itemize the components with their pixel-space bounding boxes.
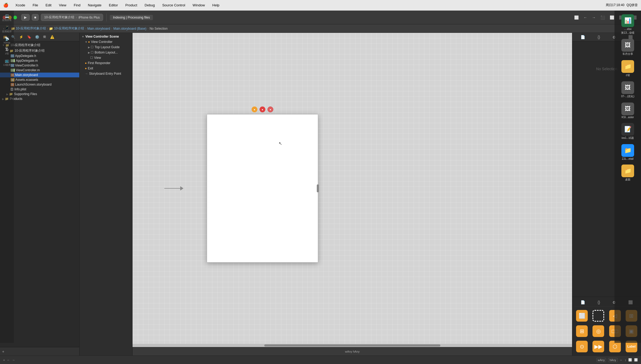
main-layout: 📂 🔍 ⚡ 🔖 ⚙️ 🛠 ⚠️ ▼ 📁 10-应用程序对象介绍 ▼ 📁 10-应… — [0, 33, 641, 356]
file-inspector-icon[interactable]: 📄 — [579, 34, 587, 40]
scene-item-view[interactable]: ☐ View — [80, 55, 132, 60]
navigator-bottom: + — [0, 347, 79, 356]
menu-window[interactable]: Window — [191, 3, 207, 8]
desktop-label-png3: KSI...aster — [622, 116, 634, 119]
scene-item-exit[interactable]: ● Exit — [80, 66, 132, 71]
nav-issues-icon[interactable]: ⚡ — [18, 34, 24, 39]
navigator-toggle-icon[interactable]: ⬜ — [573, 14, 580, 21]
canvas-area[interactable]: ● ● ● ↖ wAny hAny — [133, 33, 572, 356]
vc-red-icon: ● — [262, 108, 263, 111]
desktop-strip: 📊 ....xlsx 第13...业绩 🖼 车丹分享 📁 z缩 🖼 07-...… — [614, 0, 641, 343]
menu-product[interactable]: Product — [124, 3, 139, 8]
desktop-file-zjl[interactable]: 📁 ZJL...etail — [616, 143, 639, 161]
menu-help[interactable]: Help — [211, 3, 221, 8]
canvas-scrollbar-horizontal[interactable] — [133, 344, 572, 347]
scene-outline-panel: ▼ View Controller Scene ▼ ● View Control… — [80, 33, 133, 356]
scene-item-view-controller[interactable]: ▼ ● View Controller — [80, 39, 132, 45]
vc-orange-button[interactable]: ● — [252, 106, 257, 112]
vc-resize-handle[interactable] — [317, 184, 319, 192]
standard-editor-icon[interactable]: ⬛ — [599, 14, 607, 21]
desktop-file-png1[interactable]: 🖼 车丹分享 — [616, 38, 639, 57]
ui-obj-navcontroller[interactable] — [591, 309, 606, 323]
desktop-file-png3[interactable]: 🖼 KSI...aster — [616, 101, 639, 120]
label-obj-text: Label — [627, 345, 635, 348]
triangle-icon: ▼ — [85, 41, 87, 43]
vc-pink-button[interactable]: ● — [267, 106, 273, 112]
scene-item-bottom-layout[interactable]: ▶ ☐ Bottom Layout... — [80, 50, 132, 55]
menu-xcode[interactable]: Xcode — [14, 3, 27, 8]
size-height-icon[interactable]: ↕ — [625, 358, 626, 362]
forward-icon[interactable]: → — [590, 14, 597, 21]
quick-help-icon[interactable]: {} — [596, 34, 602, 40]
camera-obj-icon: ⊙ — [576, 341, 588, 352]
zoom-fit-icon[interactable]: ⬜ — [628, 358, 632, 362]
nav-test-icon[interactable]: 🔖 — [26, 34, 32, 39]
breadcrumb-project[interactable]: 10-应用程序对象介绍 — [16, 26, 46, 31]
menu-view[interactable]: View — [57, 3, 68, 8]
left-item-apps[interactable]: 📱 应用程序 — [1, 24, 13, 34]
run-button[interactable]: ▶ — [21, 14, 30, 21]
back-icon[interactable]: ← — [582, 14, 589, 21]
scene-item-entry-point[interactable]: → Storyboard Entry Point — [80, 71, 132, 76]
menu-file[interactable]: File — [31, 3, 40, 8]
scene-item-vc-scene[interactable]: ▼ View Controller Scene — [80, 34, 132, 39]
canvas-bottom-bar: wAny hAny — [133, 347, 572, 356]
breadcrumb-group[interactable]: 10-应用程序对象介绍 — [54, 26, 84, 31]
menu-navigate[interactable]: Navigate — [86, 3, 103, 8]
nav-report-icon[interactable]: ⚠️ — [49, 34, 55, 39]
left-item-zs[interactable]: 🗜 z缩 — [1, 46, 13, 56]
stop-button[interactable]: ■ — [32, 14, 39, 21]
status-forward-nav-icon[interactable]: → — [12, 358, 15, 362]
zjl-icon: 📁 — [621, 144, 634, 157]
xcode-toolbar: ▶ ■ 10-应用程序对象介绍 › iPhone 6s Plus Indexin… — [0, 11, 641, 24]
ui-obj-collectionview[interactable]: ⊞ — [574, 324, 589, 338]
vc-toolbar: ● ● ● — [252, 106, 273, 112]
desktop-folder-icon: 📁 — [621, 165, 634, 177]
left-item-screen[interactable]: 📺 13题屏 — [1, 57, 13, 68]
breadcrumb-storyboard[interactable]: Main.storyboard — [87, 27, 110, 30]
menu-find[interactable]: Find — [72, 3, 82, 8]
apps-icon: 📱 — [5, 25, 9, 29]
left-item-airdrop[interactable]: 📡 irDrop — [1, 35, 13, 45]
library-tab-code[interactable]: {} — [596, 299, 602, 305]
library-tab-files[interactable]: 📄 — [579, 299, 587, 305]
tab-indexing[interactable]: Indexing | Processing files — [110, 15, 153, 20]
desktop-file-folder1[interactable]: 📁 z缩 — [616, 59, 639, 78]
scheme-selector[interactable]: 10-应用程序对象介绍 › iPhone 6s Plus — [41, 14, 103, 21]
breadcrumb-storyboard-base[interactable]: Main.storyboard (Base) — [113, 27, 146, 30]
menu-editor[interactable]: Editor — [107, 3, 120, 8]
scrollbar-thumb[interactable] — [264, 344, 440, 347]
ui-obj-circle[interactable]: ◎ — [591, 324, 606, 338]
apple-menu[interactable]: 🍎 — [3, 3, 8, 8]
nav-debug-icon[interactable]: ⚙️ — [34, 34, 40, 39]
top-layout-icon: ☐ — [91, 45, 94, 49]
desktop-file-png2[interactable]: 🖼 07-...(优化) — [616, 80, 639, 99]
desktop-file-xlsx[interactable]: 📊 ....xlsx 第13...业绩 — [616, 13, 639, 36]
left-item-all[interactable]: 💻 应用所有 — [1, 13, 13, 23]
ui-obj-play[interactable]: ▶▶ — [591, 340, 606, 353]
maximize-window-button[interactable] — [13, 16, 17, 19]
hany-button[interactable]: hAny — [608, 358, 617, 362]
breadcrumb-sep-3: › — [111, 27, 112, 30]
status-nav-icon[interactable]: ← — [7, 358, 10, 362]
nav-breakpoints-icon[interactable]: 🛠 — [42, 34, 47, 39]
cursor-indicator: ↖ — [279, 141, 282, 146]
menu-edit[interactable]: Edit — [44, 3, 53, 8]
menu-debug[interactable]: Debug — [143, 3, 156, 8]
vc-red-button[interactable]: ● — [260, 106, 265, 112]
scene-item-first-responder[interactable]: ● First Responder — [80, 60, 132, 66]
wany-button[interactable]: wAny — [596, 358, 606, 362]
menu-source-control[interactable]: Source Control — [161, 3, 187, 8]
scene-item-top-layout[interactable]: ▶ ☐ Top Layout Guide — [80, 45, 132, 50]
view-controller-scene[interactable]: ● ● ● ↖ — [207, 114, 318, 263]
zoom-reset-icon[interactable]: ⬜ — [634, 358, 638, 362]
desktop-file-desktop[interactable]: 📁 桌面 — [616, 163, 639, 183]
canvas-content[interactable]: ● ● ● ↖ — [133, 33, 572, 344]
add-file-button[interactable]: + — [2, 349, 4, 354]
size-width-icon[interactable]: ↔ — [620, 358, 623, 362]
desktop-file-ios-test[interactable]: 📝 ios1...试题 — [616, 122, 639, 141]
ui-obj-camera[interactable]: ⊙ — [574, 340, 589, 353]
status-add-button[interactable]: + — [3, 358, 5, 362]
ui-obj-viewcontroller[interactable]: ⬜ — [574, 309, 589, 323]
status-bar: + ← → wAny hAny ↔ ↕ ⬜ ⬜ — [0, 356, 641, 364]
